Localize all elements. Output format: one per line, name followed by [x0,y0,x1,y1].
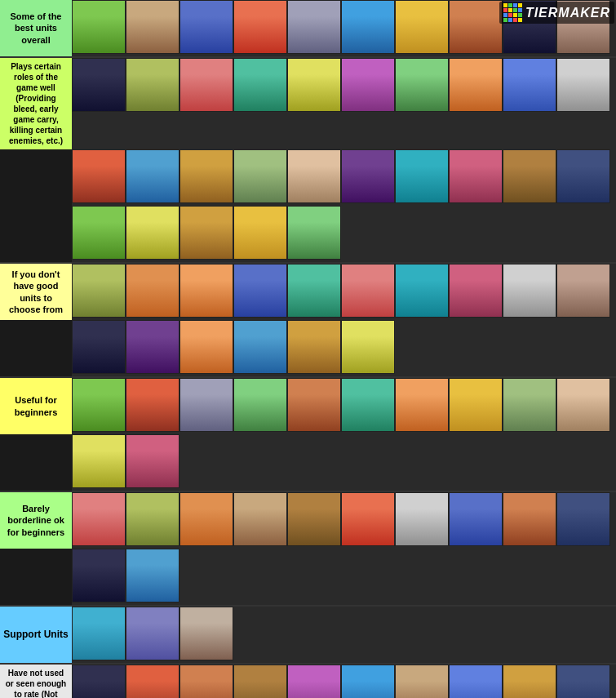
tier-row-a: Plays certain roles of the game well (Pr… [0,58,616,264]
tier-label-b: If you don't have good units to choose f… [0,264,72,320]
unit [126,264,179,318]
unit [287,378,341,432]
tier-units-s: TIERMAKER [72,0,616,56]
unit [233,492,287,546]
unit [395,665,449,698]
unit [72,58,126,112]
unit [126,149,179,203]
tier-row-d: Barely borderline ok for beginners [0,492,616,607]
unit [556,149,610,203]
unit [233,206,287,260]
unit [341,378,395,432]
brand-text: TIERMAKER [525,6,610,20]
unit [449,665,503,698]
unit [341,492,395,546]
unit [449,149,503,203]
unit [126,434,179,488]
tier-list: Some of the best units overall TIERMAKER [0,0,616,698]
tier-label-unrated: Have not used or seen enough to rate (No… [0,665,72,698]
unit [341,320,395,374]
tier-units-d1 [72,492,616,549]
unit [233,378,287,432]
unit [233,665,287,698]
tier-section-b1: If you don't have good units to choose f… [0,264,616,320]
unit [556,264,610,318]
unit [503,665,556,698]
unit [287,149,341,203]
tier-section-support: Support Units [0,607,616,663]
tier-section-a2 [0,149,616,206]
unit [395,58,449,112]
unit [179,149,233,203]
unit [395,0,449,54]
tier-units-support [72,607,616,663]
tier-section-b2 [0,320,616,376]
unit [341,0,395,54]
tier-section-s: Some of the best units overall TIERMAKER [0,0,616,56]
unit [72,149,126,203]
unit [72,206,126,260]
brand-pixels [503,3,522,22]
unit [503,264,556,318]
unit [449,492,503,546]
tier-row-unrated: Have not used or seen enough to rate (No… [0,665,616,698]
unit [179,58,233,112]
unit [556,492,610,546]
unit [179,264,233,318]
tier-section-c2 [0,434,616,491]
unit [233,0,287,54]
unit [287,320,341,374]
tier-row-b: If you don't have good units to choose f… [0,264,616,378]
unit [556,378,610,432]
unit [287,665,341,698]
unit [503,58,556,112]
tier-label-a: Plays certain roles of the game well (Pr… [0,58,72,149]
unit [341,58,395,112]
unit [503,378,556,432]
tier-section-d2 [0,549,616,605]
unit [233,320,287,374]
unit [126,378,179,432]
unit [126,58,179,112]
unit [449,58,503,112]
unit [72,549,126,602]
unit [179,320,233,374]
tier-units-b1 [72,264,616,320]
unit [287,206,341,260]
tier-units-a3 [72,206,616,262]
unit [233,149,287,203]
unit [556,665,610,698]
unit [179,607,233,660]
tier-units-b2 [72,320,616,376]
unit [72,0,126,54]
unit [287,264,341,318]
tier-section-a1: Plays certain roles of the game well (Pr… [0,58,616,149]
unit [449,264,503,318]
tier-row-support: Support Units [0,607,616,665]
unit [126,665,179,698]
unit [72,378,126,432]
tier-label-s: Some of the best units overall [0,0,72,56]
tier-section-a3 [0,206,616,262]
unit [126,492,179,546]
unit [503,492,556,546]
unit [341,665,395,698]
tier-label-support: Support Units [0,607,72,663]
unit [395,149,449,203]
tier-units-a1 [72,58,616,149]
tiermaker-logo: TIERMAKER [499,2,614,24]
unit [395,378,449,432]
unit [72,434,126,488]
unit [287,58,341,112]
tier-units-c1 [72,378,616,434]
unit [72,607,126,660]
unit [72,665,126,698]
unit [233,58,287,112]
unit [341,149,395,203]
tier-units-unrated1 [72,665,616,698]
unit [556,58,610,112]
unit [126,206,179,260]
unit [72,320,126,374]
unit [179,206,233,260]
unit [287,0,341,54]
